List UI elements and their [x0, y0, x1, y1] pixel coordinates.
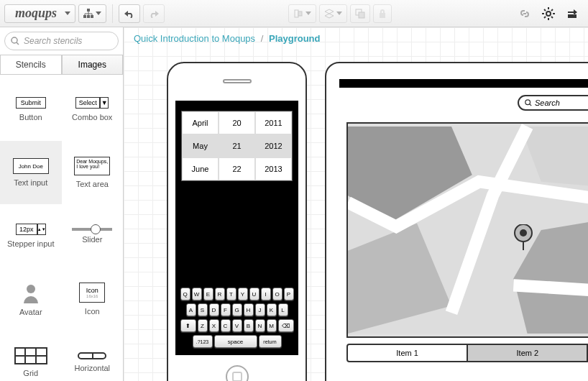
link-icon	[519, 8, 530, 19]
mockup-segmented[interactable]: Item 1 Item 2 It	[346, 344, 588, 362]
svg-line-26	[530, 104, 532, 106]
sitemap-icon	[83, 9, 93, 19]
svg-point-9	[546, 12, 551, 16]
avatar-icon	[20, 282, 42, 303]
svg-line-17	[551, 9, 553, 11]
redo-button[interactable]	[143, 4, 165, 23]
stencil-horizontal[interactable]: Horizontal	[62, 331, 124, 381]
svg-rect-4	[295, 10, 298, 17]
search-icon	[11, 37, 19, 45]
logo: moqups	[9, 6, 63, 21]
map-pin-icon	[513, 224, 588, 338]
tab-stencils[interactable]: Stencils	[0, 55, 62, 74]
mockup-search-field[interactable]: Search	[518, 95, 588, 111]
breadcrumb-page[interactable]: Playground	[269, 33, 321, 44]
layers-icon	[324, 9, 334, 19]
phone-screen: April202011 May212012 June222013 QWERTYU…	[175, 101, 298, 355]
svg-line-16	[544, 17, 546, 18]
stencil-combo[interactable]: Select▼ Combo box	[62, 78, 124, 141]
search-icon	[525, 99, 532, 106]
share-icon	[566, 8, 579, 19]
left-panel: Search stencils Stencils Images Submit B…	[0, 27, 124, 381]
canvas[interactable]: Quick Introduction to Moqups / Playgroun…	[124, 27, 588, 381]
stencil-textarea[interactable]: Dear Moqups, I love you! Text area	[62, 141, 124, 204]
svg-point-20	[27, 285, 35, 293]
stencil-textinput[interactable]: John Doe Text input	[0, 141, 62, 204]
mockup-date-picker[interactable]: April202011 May212012 June222013	[181, 111, 293, 181]
svg-rect-7	[359, 12, 364, 18]
tablet-statusbar	[339, 79, 588, 88]
mockup-map[interactable]	[346, 122, 588, 338]
svg-rect-1	[83, 15, 86, 18]
link-button[interactable]	[515, 4, 535, 23]
stencil-grid[interactable]: Grid	[0, 331, 62, 381]
panel-tabs: Stencils Images	[0, 55, 123, 75]
tab-images[interactable]: Images	[62, 55, 124, 74]
mockup-tablet[interactable]: Search Item 1 Item 2 It	[325, 62, 588, 381]
align-icon	[293, 9, 303, 19]
stencil-button[interactable]: Submit Button	[0, 78, 62, 141]
segment-item[interactable]: Item 1	[348, 345, 468, 361]
undo-icon	[124, 9, 135, 18]
gear-icon	[542, 7, 555, 20]
layers-button[interactable]	[319, 4, 347, 23]
logo-menu[interactable]: moqups	[4, 4, 75, 23]
svg-rect-3	[91, 15, 93, 18]
search-placeholder: Search stencils	[24, 36, 82, 46]
svg-line-14	[544, 9, 546, 11]
stencil-icon[interactable]: Icon16x16 Icon	[62, 267, 124, 331]
svg-line-19	[17, 42, 19, 45]
mockup-phone[interactable]: April202011 May212012 June222013 QWERTYU…	[167, 62, 307, 381]
breadcrumb-root[interactable]: Quick Introduction to Moqups	[134, 33, 255, 44]
stencil-grid: Submit Button Select▼ Combo box John Doe…	[0, 75, 123, 381]
svg-line-15	[551, 17, 553, 18]
group-icon	[355, 9, 365, 19]
mockup-keyboard[interactable]: QWERTYUIOP ASDFGHJKL ⬆ZXCVBNM⌫ .?123 spa…	[180, 288, 294, 348]
group-button[interactable]	[350, 4, 370, 23]
svg-rect-5	[298, 12, 302, 16]
redo-icon	[148, 9, 160, 18]
svg-point-18	[12, 37, 17, 43]
lock-icon	[378, 9, 387, 19]
top-toolbar: moqups	[0, 0, 588, 27]
undo-button[interactable]	[119, 4, 140, 23]
stencil-search[interactable]: Search stencils	[4, 32, 119, 50]
stencil-slider[interactable]: Slider	[62, 204, 124, 267]
phone-speaker	[223, 79, 252, 83]
settings-button[interactable]	[538, 4, 559, 23]
sitemap-button[interactable]	[78, 4, 106, 23]
svg-rect-0	[87, 9, 90, 12]
share-button[interactable]	[562, 4, 584, 23]
grid-icon	[14, 347, 47, 364]
breadcrumb: Quick Introduction to Moqups / Playgroun…	[124, 27, 588, 50]
svg-point-25	[525, 100, 530, 105]
align-button[interactable]	[288, 4, 316, 23]
lock-button[interactable]	[373, 4, 392, 23]
stencil-avatar[interactable]: Avatar	[0, 267, 62, 331]
svg-point-32	[520, 229, 527, 237]
svg-rect-8	[380, 13, 385, 18]
svg-rect-2	[87, 15, 90, 18]
stencil-stepper[interactable]: 12px▲▼ Stepper input	[0, 204, 62, 267]
tablet-screen: Search Item 1 Item 2 It	[339, 79, 588, 381]
segment-item[interactable]: Item 2	[468, 345, 588, 361]
